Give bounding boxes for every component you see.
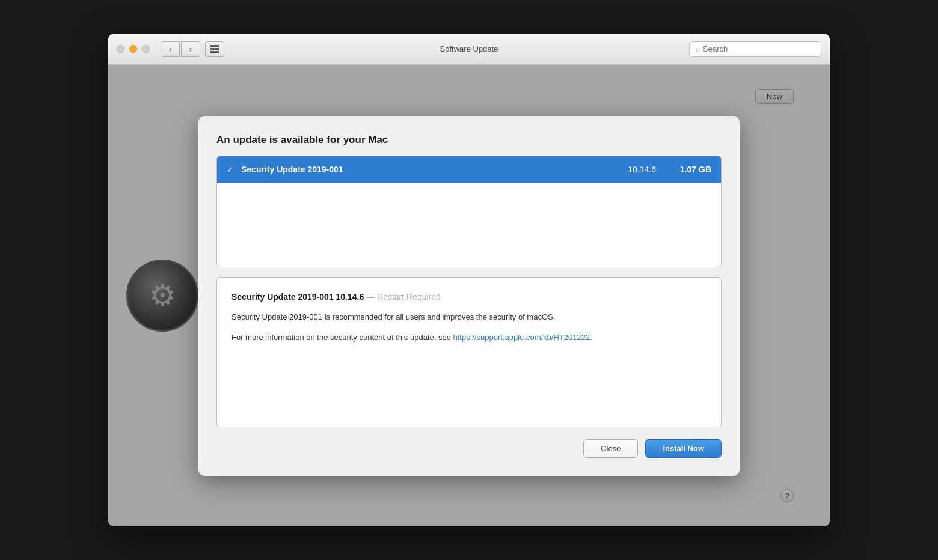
update-version: 10.14.6 bbox=[628, 165, 656, 174]
update-name: Security Update 2019-001 bbox=[241, 165, 621, 174]
checkmark-icon: ✓ bbox=[227, 165, 234, 174]
update-row[interactable]: ✓ Security Update 2019-001 10.14.6 1.07 … bbox=[217, 156, 721, 183]
description-paragraph2: For more information on the security con… bbox=[231, 332, 707, 344]
close-button[interactable]: Close bbox=[583, 439, 638, 458]
update-size: 1.07 GB bbox=[663, 165, 711, 174]
back-icon: ‹ bbox=[169, 44, 171, 53]
description-title-bold: Security Update 2019-001 10.14.6 bbox=[231, 292, 364, 302]
update-list-empty-area bbox=[217, 183, 721, 267]
traffic-lights bbox=[117, 45, 150, 53]
search-icon: ⌕ bbox=[696, 45, 700, 53]
close-traffic-light[interactable] bbox=[117, 45, 124, 53]
grid-view-button[interactable] bbox=[205, 41, 224, 57]
modal-footer: Close Install Now bbox=[216, 437, 722, 458]
description-title-suffix: — Restart Required bbox=[364, 292, 441, 302]
back-button[interactable]: ‹ bbox=[161, 41, 180, 57]
description-paragraph2-suffix: . bbox=[590, 333, 592, 342]
description-link[interactable]: https://support.apple.com/kb/HT201222 bbox=[453, 333, 590, 342]
nav-buttons: ‹ › bbox=[161, 41, 200, 57]
description-title: Security Update 2019-001 10.14.6 — Resta… bbox=[231, 292, 707, 302]
forward-icon: › bbox=[189, 44, 192, 53]
titlebar: ‹ › Software Update ⌕ bbox=[108, 34, 830, 65]
main-window: ‹ › Software Update ⌕ ⚙ So Now bbox=[108, 34, 830, 526]
forward-button[interactable]: › bbox=[181, 41, 200, 57]
update-list: ✓ Security Update 2019-001 10.14.6 1.07 … bbox=[216, 156, 722, 267]
modal-overlay: An update is available for your Mac ✓ Se… bbox=[108, 65, 830, 526]
content-area: ⚙ So Now ? An update is available for yo… bbox=[108, 65, 830, 526]
grid-icon bbox=[210, 45, 219, 53]
install-now-button[interactable]: Install Now bbox=[645, 439, 722, 458]
modal-header: An update is available for your Mac bbox=[216, 134, 722, 146]
search-box[interactable]: ⌕ bbox=[689, 41, 821, 57]
description-box: Security Update 2019-001 10.14.6 — Resta… bbox=[216, 277, 722, 427]
description-paragraph2-prefix: For more information on the security con… bbox=[231, 333, 453, 342]
description-paragraph1: Security Update 2019-001 is recommended … bbox=[231, 311, 707, 324]
minimize-traffic-light[interactable] bbox=[129, 45, 137, 53]
maximize-traffic-light[interactable] bbox=[142, 45, 150, 53]
search-input[interactable] bbox=[703, 44, 815, 53]
update-dialog: An update is available for your Mac ✓ Se… bbox=[198, 116, 740, 476]
window-title: Software Update bbox=[440, 44, 498, 53]
